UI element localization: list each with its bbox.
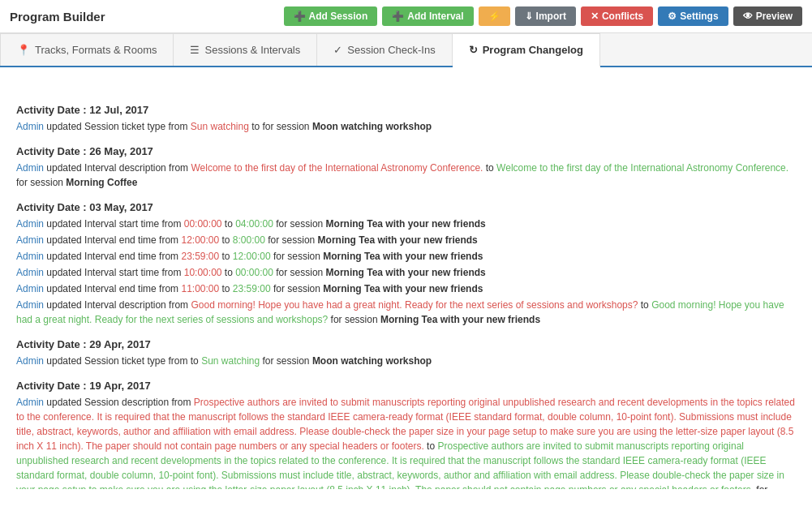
new-value: 23:59:00: [233, 283, 271, 294]
flash-button[interactable]: ⚡: [479, 6, 510, 26]
old-value: 11:00:00: [181, 283, 219, 294]
admin-label: Admin: [16, 234, 44, 246]
admin-label: Admin: [16, 251, 44, 262]
tab-sessions[interactable]: ☰ Sessions & Intervals: [174, 33, 317, 66]
session-name: Morning Coffee: [66, 177, 137, 188]
download-icon: ⇓: [525, 11, 533, 22]
log-text: for session: [16, 177, 66, 188]
log-text: to: [221, 267, 235, 278]
log-text: updated Interval start time from: [44, 267, 184, 278]
list-icon: ☰: [190, 44, 200, 56]
log-text: updated Interval start time from: [44, 218, 184, 230]
log-text: updated Interval end time from: [44, 234, 181, 246]
new-value: 12:00:00: [233, 251, 271, 262]
gear-icon: ⚙: [668, 11, 677, 22]
activity-date: Activity Date : 29 Apr, 2017: [16, 338, 796, 350]
log-text: to: [219, 251, 233, 262]
new-value: 8:00:00: [233, 234, 265, 246]
log-entry: Admin updated Interval description from …: [16, 161, 796, 190]
log-text: updated Session ticket type from: [44, 121, 191, 132]
activity-date: Activity Date : 26 May, 2017: [16, 145, 796, 157]
old-value: 10:00:00: [184, 267, 222, 278]
header: Program Builder ➕ Add Session ➕ Add Inte…: [0, 0, 812, 33]
activity-date: Activity Date : 03 May, 2017: [16, 201, 796, 213]
log-entry: Admin updated Interval description from …: [16, 298, 796, 327]
tab-checkins[interactable]: ✓ Session Check-Ins: [317, 33, 452, 66]
old-value: 00:00:00: [184, 218, 222, 230]
log-entry: Admin updated Session description from P…: [16, 395, 796, 489]
log-text: for session: [271, 283, 324, 294]
old-value: Sun watching: [191, 121, 249, 132]
log-text: to: [221, 218, 235, 230]
old-value: Welcome to the first day of the Internat…: [191, 162, 483, 174]
log-text: to for session: [249, 121, 312, 132]
log-entry: Admin updated Session ticket type from S…: [16, 119, 796, 134]
session-name: Morning Tea with your new friends: [318, 234, 478, 246]
log-text: to: [424, 440, 438, 452]
admin-label: Admin: [16, 355, 44, 367]
log-entry: Admin updated Interval end time from 11:…: [16, 281, 796, 296]
new-value: 04:00:00: [235, 218, 273, 230]
settings-button[interactable]: ⚙ Settings: [658, 6, 728, 26]
log-text: updated Session ticket type from to: [44, 355, 201, 367]
tabs: 📍 Tracks, Formats & Rooms ☰ Sessions & I…: [0, 33, 812, 67]
add-interval-button[interactable]: ➕ Add Interval: [382, 6, 473, 26]
history-icon: ↻: [469, 44, 478, 56]
log-text: for session: [265, 234, 318, 246]
plus-icon: ➕: [392, 11, 404, 22]
log-text: updated Interval description from: [44, 162, 191, 174]
admin-label: Admin: [16, 299, 44, 311]
log-entry: Admin updated Interval end time from 12:…: [16, 233, 796, 247]
session-name: Morning Tea with your new friends: [326, 218, 486, 230]
old-value: 23:59:00: [181, 251, 219, 262]
admin-label: Admin: [16, 283, 44, 294]
log-text: updated Interval description from: [44, 299, 191, 311]
session-name: Morning Tea with your new friends: [323, 251, 483, 262]
log-entry: Admin updated Interval start time from 1…: [16, 265, 796, 280]
session-name: Moon watching workshop: [312, 355, 432, 367]
session-name: Moon watching workshop: [312, 121, 432, 132]
plus-icon: ➕: [294, 11, 306, 22]
check-icon: ✓: [333, 44, 342, 56]
log-text: for session: [260, 355, 312, 367]
pin-icon: 📍: [17, 44, 30, 56]
conflicts-button[interactable]: ✕ Conflicts: [581, 6, 653, 26]
log-text: for session: [273, 218, 326, 230]
log-text: to: [219, 283, 233, 294]
log-text: updated Interval end time from: [44, 283, 181, 294]
session-name: Morning Tea with your new friends: [326, 267, 486, 278]
admin-label: Admin: [16, 162, 44, 174]
admin-label: Admin: [16, 218, 44, 230]
log-text: updated Session description from: [44, 397, 194, 408]
admin-label: Admin: [16, 397, 44, 408]
log-text: updated Interval end time from: [44, 251, 181, 262]
new-value: Sun watching: [201, 355, 260, 367]
log-text: to: [638, 299, 651, 311]
add-session-button[interactable]: ➕ Add Session: [284, 6, 378, 26]
log-text: for session: [273, 267, 326, 278]
x-icon: ✕: [591, 11, 599, 22]
session-name: Morning Tea with your new friends: [323, 283, 483, 294]
log-text: for session: [271, 251, 324, 262]
tab-changelog[interactable]: ↻ Program Changelog: [453, 33, 600, 67]
new-value: 00:00:00: [235, 267, 273, 278]
eye-icon: 👁: [743, 11, 753, 22]
app-title: Program Builder: [10, 10, 279, 24]
admin-label: Admin: [16, 121, 44, 132]
log-text: to: [219, 234, 233, 246]
old-value: Good morning! Hope you have had a great …: [191, 299, 638, 311]
log-entry: Admin updated Interval end time from 23:…: [16, 249, 796, 264]
new-value: Welcome to the first day of the Internat…: [496, 162, 788, 174]
activity-date: Activity Date : 19 Apr, 2017: [16, 380, 796, 392]
preview-button[interactable]: 👁 Preview: [733, 6, 802, 26]
log-text: for session: [328, 314, 380, 325]
lightning-icon: ⚡: [488, 11, 501, 22]
changelog-content: Activity Date : 12 Jul, 2017Admin update…: [0, 67, 812, 489]
import-button[interactable]: ⇓ Import: [515, 6, 576, 26]
admin-label: Admin: [16, 267, 44, 278]
log-entry: Admin updated Interval start time from 0…: [16, 217, 796, 231]
tab-tracks[interactable]: 📍 Tracks, Formats & Rooms: [0, 33, 174, 66]
log-text: to: [483, 162, 496, 174]
log-entry: Admin updated Session ticket type from t…: [16, 354, 796, 368]
old-value: 12:00:00: [181, 234, 219, 246]
